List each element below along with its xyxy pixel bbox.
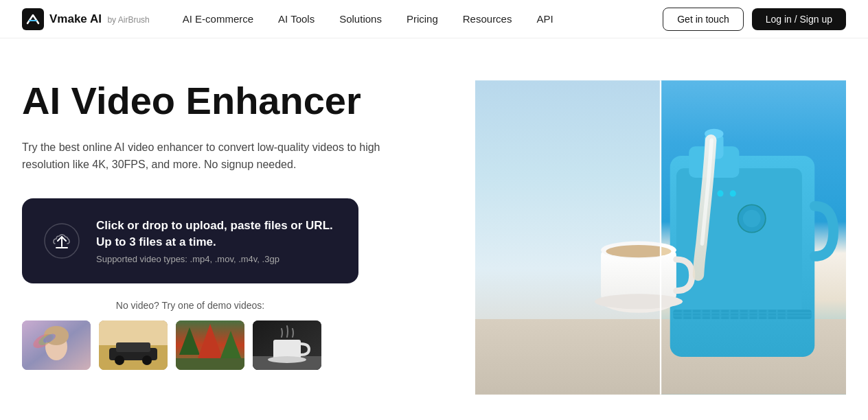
page-subtitle: Try the best online AI video enhancer to… (22, 139, 393, 174)
svg-point-61 (717, 190, 723, 196)
demo-thumbnails (22, 320, 358, 370)
upload-icon (44, 223, 80, 259)
svg-rect-0 (22, 8, 44, 30)
svg-rect-22 (273, 340, 301, 359)
demo-thumb-car[interactable] (99, 320, 168, 370)
navbar: Vmake AI by AirBrush AI E-commerce AI To… (0, 0, 868, 38)
left-panel: AI Video Enhancer Try the best online AI… (22, 66, 448, 370)
svg-point-14 (142, 355, 152, 365)
login-signup-button[interactable]: Log in / Sign up (752, 8, 846, 30)
nav-actions: Get in touch Log in / Sign up (663, 8, 846, 31)
demo-label: No video? Try one of demo videos: (22, 300, 358, 311)
svg-point-62 (730, 190, 736, 196)
coffee-scene-svg (475, 66, 846, 409)
svg-rect-34 (673, 310, 811, 319)
upload-text-area: Click or drop to upload, paste files or … (96, 218, 336, 265)
upload-dropzone[interactable]: Click or drop to upload, paste files or … (22, 198, 358, 284)
demo-thumb-cup[interactable] (253, 320, 321, 370)
upload-sub-text: Supported video types: .mp4, .mov, .m4v,… (96, 254, 336, 264)
nav-resources[interactable]: Resources (463, 13, 512, 25)
upload-main-text: Click or drop to upload, paste files or … (96, 218, 336, 250)
nav-ai-tools[interactable]: AI Tools (278, 13, 315, 25)
demo-thumb-person[interactable] (22, 320, 91, 370)
main-content: AI Video Enhancer Try the best online AI… (0, 38, 868, 420)
nav-api[interactable]: API (536, 13, 553, 25)
get-in-touch-button[interactable]: Get in touch (663, 8, 744, 31)
svg-rect-12 (116, 342, 150, 352)
logo-icon (22, 8, 44, 30)
nav-links: AI E-commerce AI Tools Solutions Pricing… (183, 13, 663, 25)
nav-pricing[interactable]: Pricing (407, 13, 438, 25)
logo-text: Vmake AI by AirBrush (49, 12, 150, 26)
svg-rect-30 (676, 168, 802, 319)
nav-solutions[interactable]: Solutions (339, 13, 382, 25)
page-title: AI Video Enhancer (22, 80, 448, 122)
nav-ai-ecommerce[interactable]: AI E-commerce (183, 13, 253, 25)
svg-point-13 (115, 355, 124, 365)
hero-image-panel (475, 66, 846, 409)
svg-rect-19 (176, 358, 244, 370)
svg-rect-9 (99, 320, 168, 345)
demo-thumb-nature[interactable] (176, 320, 244, 370)
svg-point-60 (743, 210, 761, 228)
svg-point-23 (268, 356, 306, 363)
logo[interactable]: Vmake AI by AirBrush (22, 8, 150, 30)
hero-image (475, 66, 846, 409)
